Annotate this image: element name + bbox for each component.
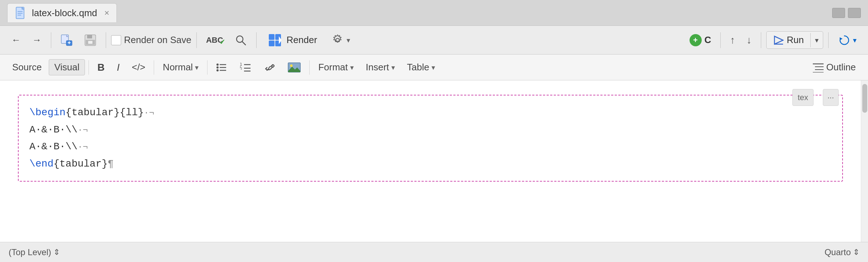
render-button[interactable]: Render: [262, 31, 324, 49]
paragraph-mark: ¶: [108, 155, 114, 173]
source-label: Source: [12, 62, 42, 73]
tab-filename: latex-block.qmd: [32, 8, 97, 19]
scrollbar[interactable]: [861, 80, 868, 242]
fmt-separator-3: [207, 60, 208, 75]
image-icon: [288, 62, 301, 73]
status-right: Quarto ⇕: [825, 247, 859, 257]
refresh-button[interactable]: ▾: [834, 31, 861, 50]
latex-line-2: A·&·B·\\·¬: [29, 121, 831, 139]
table-dropdown-arrow: ▾: [431, 63, 435, 72]
visual-mode-button[interactable]: Visual: [49, 59, 85, 75]
title-bar: latex-block.qmd ×: [0, 0, 868, 26]
svg-rect-16: [269, 34, 275, 40]
svg-point-27: [216, 66, 219, 69]
spellcheck-button[interactable]: ABC ✓: [202, 33, 228, 48]
svg-marker-22: [774, 36, 783, 44]
svg-text:½: ½: [240, 65, 242, 70]
code-button[interactable]: </>: [127, 60, 151, 75]
back-button[interactable]: ←: [7, 32, 25, 48]
paragraph-style-button[interactable]: Normal ▾: [158, 60, 204, 75]
visual-label: Visual: [54, 62, 79, 73]
save-button[interactable]: [80, 31, 101, 49]
code-icon: </>: [132, 62, 146, 73]
paragraph-style-label: Normal: [163, 62, 193, 73]
source-mode-button[interactable]: Source: [7, 60, 47, 75]
refresh-dropdown-arrow: ▾: [853, 36, 857, 45]
search-icon: [235, 34, 247, 46]
row1-content: A·&·B·\\: [29, 121, 77, 139]
run-dropdown-button[interactable]: ▾: [810, 33, 823, 47]
settings-dropdown-arrow: ▾: [347, 36, 350, 45]
italic-button[interactable]: I: [112, 60, 125, 75]
file-tab[interactable]: latex-block.qmd ×: [7, 3, 117, 22]
level-arrows-icon: ⇕: [53, 248, 60, 257]
move-down-button[interactable]: ↓: [742, 32, 756, 49]
fmt-separator-1: [89, 60, 89, 75]
numbered-list-icon: 1 ½: [240, 62, 252, 73]
forward-icon: →: [32, 34, 42, 46]
svg-line-15: [242, 42, 245, 45]
numbered-list-button[interactable]: 1 ½: [235, 60, 257, 75]
navigate-icon: [61, 34, 73, 46]
run-dropdown-arrow: ▾: [815, 36, 819, 45]
image-button[interactable]: [283, 60, 306, 75]
window-minimize-btn[interactable]: [832, 8, 845, 18]
paragraph-dropdown-arrow: ▾: [195, 63, 199, 72]
language-selector[interactable]: Quarto ⇕: [825, 247, 859, 257]
window-controls: [832, 8, 861, 18]
format-menu-button[interactable]: Format ▾: [313, 60, 358, 75]
separator-1: [51, 32, 51, 48]
table-menu-button[interactable]: Table ▾: [402, 60, 440, 75]
whitespace-markers-2: ·¬: [77, 123, 88, 138]
settings-button[interactable]: ▾: [327, 31, 354, 49]
svg-point-29: [216, 69, 219, 71]
separator-2: [106, 32, 106, 48]
latex-block[interactable]: tex ··· \begin{tabular}{ll}·¬ A·&·B·\\·¬…: [18, 95, 843, 182]
status-bar: (Top Level) ⇕ Quarto ⇕: [0, 242, 868, 262]
outline-label: Outline: [826, 62, 856, 73]
search-button[interactable]: [230, 31, 251, 49]
separator-3: [196, 32, 197, 48]
status-left: (Top Level) ⇕: [9, 247, 60, 257]
format-bar: Source Visual B I </> Normal ▾ 1 ½: [0, 55, 868, 80]
scrollbar-thumb[interactable]: [862, 84, 867, 113]
forward-button[interactable]: →: [28, 32, 46, 48]
separator-4: [256, 32, 257, 48]
svg-rect-18: [269, 41, 275, 46]
insert-menu-button[interactable]: Insert ▾: [361, 60, 400, 75]
table-menu-label: Table: [407, 62, 429, 73]
tab-close-button[interactable]: ×: [104, 8, 109, 18]
add-chunk-icon: +: [690, 34, 702, 46]
insert-menu-label: Insert: [366, 62, 389, 73]
fmt-separator-2: [154, 60, 154, 75]
render-label: Render: [287, 34, 317, 46]
add-chunk-button[interactable]: + C: [685, 31, 716, 49]
level-label: (Top Level): [9, 247, 51, 257]
down-arrow-icon: ↓: [747, 34, 752, 46]
row2-content: A·&·B·\\: [29, 138, 77, 155]
insert-dropdown-arrow: ▾: [391, 63, 395, 72]
run-label: Run: [787, 34, 804, 46]
separator-7: [828, 32, 829, 48]
spellcheck-icon: ABC ✓: [206, 36, 223, 45]
render-icon: [269, 34, 283, 46]
bold-button[interactable]: B: [92, 60, 110, 75]
chunk-letter: C: [705, 34, 711, 46]
nav-icon-button[interactable]: [56, 31, 77, 49]
link-icon: [264, 62, 276, 73]
gear-icon: [332, 34, 344, 46]
outline-button[interactable]: Outline: [808, 60, 861, 75]
level-selector[interactable]: (Top Level) ⇕: [9, 247, 60, 257]
link-button[interactable]: [259, 60, 281, 75]
end-args: {tabular}: [53, 155, 108, 173]
move-up-button[interactable]: ↑: [726, 32, 739, 49]
svg-marker-24: [840, 37, 843, 40]
up-arrow-icon: ↑: [730, 34, 735, 46]
main-toolbar: ← → Render on Save ABC ✓: [0, 26, 868, 55]
render-on-save-checkbox[interactable]: [111, 35, 121, 45]
run-main-button[interactable]: Run: [767, 32, 810, 48]
window-maximize-btn[interactable]: [848, 8, 861, 18]
bullet-list-button[interactable]: [211, 60, 233, 75]
more-options-button[interactable]: ···: [823, 89, 839, 106]
svg-point-38: [290, 64, 293, 67]
